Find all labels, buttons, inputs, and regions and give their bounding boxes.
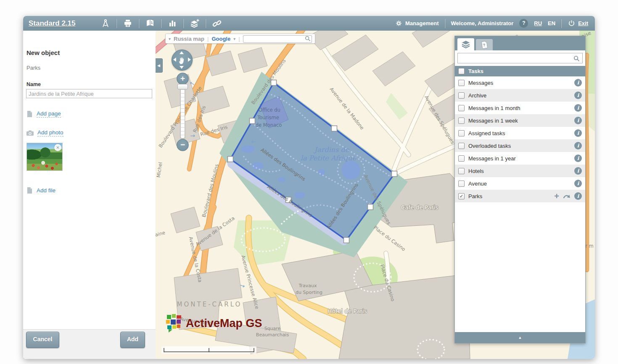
add-object-icon[interactable]: + (554, 192, 559, 200)
task-row[interactable]: Messages in 1 weeki (455, 114, 585, 127)
panel-title: New object (26, 49, 60, 56)
cancel-button[interactable]: Cancel (26, 332, 59, 348)
zoom-out-button[interactable]: − (177, 139, 189, 151)
task-row[interactable]: Messages in 1 monthi (455, 102, 585, 114)
task-row[interactable]: Archivei (455, 89, 585, 102)
info-icon[interactable]: i (574, 79, 582, 86)
exit-button[interactable]: Exit (568, 19, 588, 27)
collapse-panel-button[interactable]: ◀ (156, 58, 163, 73)
page-icon (26, 110, 33, 118)
info-icon[interactable]: i (574, 92, 582, 99)
task-row[interactable]: Avenuei (455, 177, 585, 190)
task-row[interactable]: Messages in 1 yeari (455, 152, 585, 165)
gear-icon (395, 20, 402, 27)
info-icon[interactable]: i (574, 167, 582, 175)
tab-layers[interactable] (457, 38, 474, 50)
task-label[interactable]: Messages in 1 month (468, 105, 520, 111)
zoom-slider-track[interactable] (180, 86, 185, 139)
task-label[interactable]: Hotels (468, 168, 484, 174)
panel-footer: Cancel Add (23, 329, 156, 359)
add-button[interactable]: Add (120, 332, 145, 348)
pan-right-icon[interactable] (188, 58, 191, 62)
task-label[interactable]: Messages (468, 80, 493, 86)
toolbar-divider: | (207, 36, 209, 42)
task-checkbox[interactable] (458, 130, 465, 136)
map-label: Tourisme (257, 115, 279, 120)
help-button[interactable]: ? (519, 19, 528, 28)
info-icon[interactable]: i (574, 155, 582, 162)
map-label: Cafe de Paris (401, 204, 438, 211)
task-checkbox[interactable] (458, 118, 465, 124)
file-icon (26, 187, 33, 194)
info-icon[interactable]: i (574, 129, 582, 137)
info-icon[interactable]: i (574, 142, 582, 149)
top-right-menu: Management Welcome, Administrator ? RU E… (395, 19, 595, 28)
tab-legend[interactable]: ? (476, 39, 493, 50)
map-label: de Monaco (256, 122, 282, 128)
lang-en[interactable]: EN (548, 20, 555, 26)
provider-selector[interactable]: Google (211, 36, 230, 42)
layer-search-input[interactable] (457, 53, 583, 63)
photo-thumbnail[interactable]: ✕ (26, 143, 63, 171)
pan-left-icon[interactable] (173, 58, 176, 62)
task-checkbox[interactable]: ✓ (458, 193, 465, 199)
basemap-selector[interactable]: Russia map (174, 36, 204, 42)
task-checkbox[interactable] (458, 92, 465, 99)
task-row[interactable]: Messagesi (455, 76, 585, 89)
info-icon[interactable]: i (574, 117, 582, 124)
add-layer-icon[interactable] (188, 18, 201, 29)
pan-control[interactable] (172, 50, 193, 71)
task-row[interactable]: Hotelsi (455, 165, 585, 177)
pan-down-icon[interactable] (180, 66, 184, 69)
add-file-link[interactable]: Add file (37, 187, 55, 194)
pan-up-icon[interactable] (180, 51, 184, 54)
name-input[interactable] (26, 89, 152, 98)
reports-icon[interactable] (143, 18, 157, 29)
add-photo-link[interactable]: Add photo (37, 129, 63, 136)
provider-caret-icon[interactable]: ▾ (233, 37, 235, 41)
task-label[interactable]: Messages in 1 week (468, 118, 518, 124)
basemap-caret-icon[interactable]: ▾ (169, 37, 171, 41)
task-label[interactable]: Avenue (468, 181, 487, 187)
print-icon[interactable] (121, 18, 135, 29)
map-label: Office du (259, 107, 280, 113)
app-title: Standard 2.15 (29, 19, 76, 28)
measure-icon[interactable] (99, 18, 112, 29)
task-checkbox[interactable] (458, 168, 465, 174)
task-row[interactable]: Assigned tasksi (455, 127, 585, 139)
task-group-header: Tasks (455, 66, 585, 76)
task-checkbox[interactable] (458, 181, 465, 187)
remove-photo-icon[interactable]: ✕ (54, 144, 61, 151)
info-icon[interactable]: i (574, 104, 582, 112)
map-search-input[interactable] (243, 35, 312, 43)
info-icon[interactable]: i (574, 180, 582, 187)
zoom-in-button[interactable]: + (177, 73, 189, 85)
task-label[interactable]: Archive (468, 92, 486, 99)
lang-ru[interactable]: RU (534, 20, 542, 26)
share-link-icon[interactable] (210, 18, 224, 29)
task-row[interactable]: Overloaded tasksi (455, 139, 585, 152)
layers-icon (461, 39, 471, 50)
add-page-link[interactable]: Add page (37, 110, 61, 118)
layers-panel: ? Tasks MessagesiArchiveiMessages in 1 m… (454, 36, 586, 343)
task-label[interactable]: Assigned tasks (468, 130, 505, 136)
task-checkbox[interactable] (458, 143, 465, 149)
task-label[interactable]: Parks (468, 193, 482, 199)
toolbar-divider (139, 19, 139, 28)
group-checkbox[interactable] (458, 68, 465, 74)
task-checkbox[interactable] (458, 155, 465, 162)
task-checkbox[interactable] (458, 105, 465, 111)
management-button[interactable]: Management (395, 20, 438, 27)
task-checkbox[interactable] (458, 80, 465, 86)
statistics-icon[interactable] (166, 18, 179, 29)
task-label[interactable]: Overloaded tasks (468, 143, 511, 149)
search-icon[interactable] (305, 36, 311, 43)
info-icon[interactable]: i (574, 192, 582, 200)
redo-arrow-icon[interactable] (563, 193, 571, 199)
task-label[interactable]: Messages in 1 year (468, 155, 516, 162)
collapse-up-button[interactable]: ▲ (455, 332, 585, 343)
map-label: du Sporting (296, 290, 322, 295)
task-row[interactable]: ✓Parks+i (455, 190, 585, 202)
zoom-slider-handle[interactable] (177, 84, 188, 89)
search-icon[interactable] (573, 55, 580, 63)
